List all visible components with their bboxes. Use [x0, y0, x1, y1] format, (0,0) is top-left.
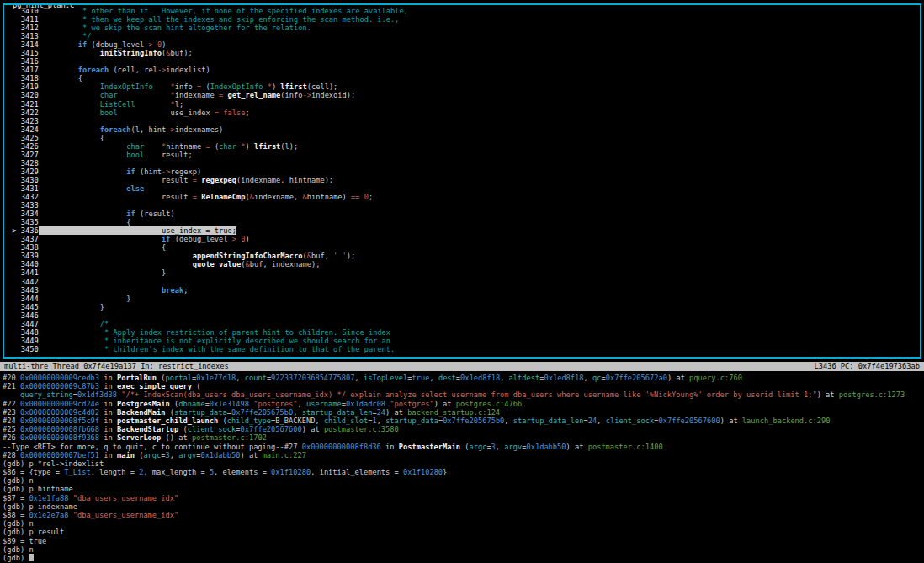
highlighted-code: [47, 226, 162, 235]
code-segment: postmaster_child_launch: [117, 417, 218, 425]
gutter: [8, 268, 21, 277]
gutter: [8, 167, 21, 176]
source-line-3446: 3446: [8, 311, 920, 320]
terminal-cursor[interactable]: [29, 554, 33, 561]
code-segment: [39, 328, 47, 337]
code-segment: , length =: [91, 468, 140, 476]
code-segment: if: [126, 210, 135, 218]
code-segment: in: [99, 417, 117, 425]
code-segment: child_type: [227, 417, 271, 425]
code-segment: [39, 235, 47, 243]
code-segment: true: [412, 374, 430, 382]
code-segment: PostmasterMain: [399, 443, 460, 451]
source-code-area[interactable]: 3410 * other than it. However, if none o…: [4, 5, 920, 353]
line-number: 3424: [21, 125, 39, 134]
code-segment: (gdb) p indexname: [3, 502, 77, 511]
code-segment: in: [99, 374, 117, 382]
code-segment: altdest: [509, 374, 540, 382]
code-segment: PostgresMain: [117, 400, 170, 408]
source-line-3443: 3443 break;: [8, 286, 920, 295]
code-segment: ListCell: [100, 100, 135, 109]
code-segment: else: [126, 184, 144, 193]
line-number: 3439: [21, 252, 39, 260]
code-segment: quote_value: [193, 260, 242, 268]
code-segment: isTopLevel: [364, 374, 407, 382]
code-segment: dbname: [178, 400, 204, 408]
line-number: 3419: [21, 82, 39, 91]
code-segment: 0x1f10280: [271, 468, 311, 476]
code-segment: [47, 74, 78, 82]
code-segment: result: [162, 193, 188, 201]
code-segment: [47, 210, 126, 218]
code-segment: PortalRun: [117, 374, 157, 382]
code-segment: $86 = {type =: [3, 468, 64, 476]
code-segment: indexname,: [254, 193, 303, 201]
code-segment: }: [126, 295, 130, 303]
line-number: 3444: [21, 295, 39, 303]
code-segment: * other than it. However, if none of the…: [82, 7, 408, 15]
code-segment: [118, 109, 171, 117]
gdb-output-line: (gdb) p hintname: [3, 485, 923, 493]
code-segment: initStringInfo: [100, 49, 162, 57]
code-segment: "postgres": [390, 400, 433, 408]
code-segment: [47, 151, 126, 159]
line-number: 3440: [21, 260, 39, 268]
code-segment: [47, 24, 82, 32]
code-segment: portal: [166, 374, 192, 382]
code-segment: [47, 100, 100, 109]
code-segment: [47, 32, 82, 40]
source-line-3439: 3439 appendStringInfoCharMacro(&buf, ' '…: [8, 252, 920, 260]
line-number: 3435: [21, 218, 39, 226]
code-segment: main: [117, 451, 135, 459]
code-segment: [144, 151, 162, 159]
code-segment: lfirst: [280, 82, 306, 91]
source-line-3448: 3448 * Apply index restriction of parent…: [8, 328, 920, 337]
code-segment: hintname: [166, 142, 201, 151]
code-segment: #21: [3, 382, 20, 390]
code-segment: =: [201, 142, 215, 151]
code-segment: [39, 303, 47, 311]
gutter: [8, 40, 21, 49]
code-segment: indexnames): [175, 125, 224, 134]
code-segment: --Type <RET> for more, q to quit, c to c…: [3, 443, 284, 451]
code-segment: foreach: [78, 66, 109, 74]
line-number: 3442: [21, 278, 39, 286]
code-segment: , elements =: [214, 468, 271, 476]
source-window: pg_hint_plan.c 3410 * other than it. How…: [3, 3, 921, 359]
code-segment: in: [99, 382, 117, 390]
code-segment: [3, 390, 20, 399]
line-number: 3415: [21, 49, 39, 57]
code-segment: [47, 66, 78, 74]
code-segment: 0x1df3d38: [77, 390, 117, 399]
code-segment: postmaster.c:1702: [192, 433, 267, 442]
code-segment: [144, 142, 162, 151]
code-segment: ->: [302, 91, 311, 99]
code-segment: T_List: [64, 468, 90, 476]
code-segment: ServerLoop: [117, 433, 161, 442]
line-number: 3447: [21, 320, 39, 328]
code-segment: query_string: [20, 390, 73, 399]
gutter: [8, 134, 21, 142]
code-segment: [39, 40, 47, 49]
code-segment: =: [215, 91, 228, 99]
gutter: [8, 218, 21, 226]
code-segment: {: [100, 134, 104, 142]
gutter: [8, 109, 21, 117]
code-segment: #25: [3, 425, 20, 433]
code-segment: (: [192, 382, 200, 390]
code-segment: [39, 49, 47, 57]
gdb-console-output[interactable]: #20 0x00000000009cedb3 in PortalRun (por…: [3, 374, 923, 562]
code-segment: argv: [178, 451, 196, 459]
code-segment: startup_data_len: [513, 417, 584, 425]
source-line-3411: 3411 * then we keep all the indexes and …: [8, 15, 920, 24]
code-segment: IndexOptInfo: [100, 82, 153, 91]
code-segment: $87 =: [3, 494, 29, 502]
code-segment: {: [162, 243, 166, 252]
line-number: 3427: [21, 151, 39, 159]
gdb-output-line: #25 0x00000000008fb668 in BackendStartup…: [3, 425, 923, 433]
code-segment: ;: [183, 286, 188, 295]
code-segment: false: [223, 109, 245, 117]
status-bar: multi-thre Thread 0x7f4e19a137 In: restr…: [0, 362, 924, 371]
code-segment: [39, 57, 47, 66]
gutter: [8, 337, 21, 345]
